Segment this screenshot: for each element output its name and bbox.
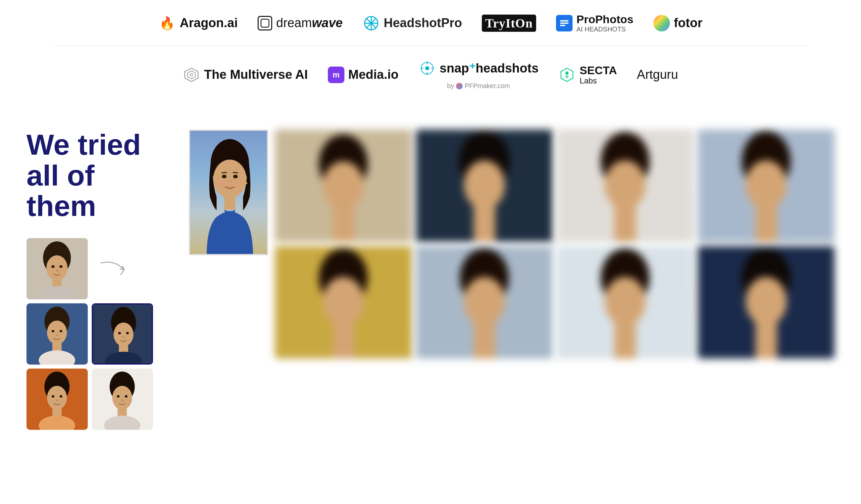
svg-point-60 (117, 395, 120, 397)
svg-rect-8 (560, 23, 569, 24)
svg-point-49 (47, 386, 67, 410)
svg-rect-112 (755, 322, 777, 359)
logo-prophotos[interactable]: ProPhotosAI HEADSHOTS (556, 13, 633, 33)
svg-rect-50 (52, 407, 62, 416)
ai-result-4 (698, 130, 835, 242)
logo-row-divider (53, 46, 808, 46)
pfp-dot (456, 83, 463, 90)
headline: We tried all of them (27, 130, 169, 221)
svg-point-65 (213, 160, 246, 198)
svg-rect-7 (560, 20, 569, 22)
logo-multiverse[interactable]: The Multiverse AI (183, 66, 308, 83)
arrow-container (94, 256, 137, 281)
original-photo (27, 238, 88, 299)
svg-rect-9 (560, 25, 565, 26)
ai-results-grid (275, 130, 834, 359)
snap-sublabel: by PFPmaker.com (447, 82, 510, 90)
logo-tryiton[interactable]: TryItOn (482, 15, 536, 32)
svg-rect-82 (474, 205, 495, 242)
logo-headshotpro[interactable]: HeadshotPro (363, 15, 462, 32)
svg-rect-0 (261, 19, 269, 27)
svg-point-67 (222, 175, 227, 178)
result-photo-3[interactable] (27, 369, 88, 430)
svg-marker-12 (188, 71, 195, 79)
svg-point-37 (59, 330, 62, 332)
svg-point-62 (121, 399, 123, 401)
svg-point-29 (59, 265, 63, 268)
logo-snap-headshots[interactable]: snap⁺headshots by PFPmaker.com (419, 59, 539, 90)
logos-row-1: 🔥 Aragon.ai dreamwave (27, 13, 834, 33)
svg-rect-34 (52, 342, 62, 351)
logo-artguru[interactable]: Artguru (637, 68, 678, 82)
prophotos-icon (556, 15, 573, 31)
svg-rect-42 (119, 344, 128, 352)
svg-point-81 (464, 161, 505, 209)
svg-point-69 (227, 180, 229, 182)
svg-point-111 (746, 277, 787, 326)
svg-rect-102 (474, 322, 495, 359)
svg-point-25 (46, 255, 68, 281)
logo-fotor[interactable]: fotor (653, 15, 703, 31)
svg-text:m: m (332, 70, 339, 79)
svg-point-53 (59, 395, 62, 397)
logo-secta[interactable]: SECTALabs (558, 64, 617, 85)
svg-point-96 (323, 277, 364, 326)
result-photo-2[interactable] (92, 303, 153, 365)
svg-point-44 (118, 332, 121, 334)
tryiton-label: TryItOn (482, 15, 536, 32)
ai-result-8 (698, 246, 835, 359)
svg-point-36 (52, 330, 54, 332)
svg-point-101 (464, 277, 505, 326)
headshotpro-icon (363, 15, 380, 32)
fotor-icon (653, 15, 670, 31)
svg-point-38 (56, 334, 58, 336)
multiverse-icon (183, 66, 200, 83)
svg-point-33 (47, 321, 67, 344)
ai-result-2 (416, 130, 553, 242)
main-content: We tried all of them (0, 110, 861, 430)
main-featured-photo (189, 130, 268, 255)
ai-result-1 (275, 130, 412, 242)
dreamwave-icon (258, 16, 272, 30)
logo-aragon[interactable]: 🔥 Aragon.ai (159, 15, 238, 32)
svg-rect-107 (614, 322, 636, 359)
svg-point-30 (56, 269, 58, 272)
result-grid (27, 303, 169, 430)
svg-point-28 (51, 265, 55, 268)
artguru-label: Artguru (637, 68, 678, 82)
ai-result-3 (557, 130, 694, 242)
svg-point-73 (234, 180, 242, 186)
headline-line1: We tried (27, 128, 141, 161)
svg-rect-77 (332, 206, 354, 242)
svg-point-68 (233, 175, 238, 178)
result-photo-1[interactable] (27, 303, 88, 365)
original-photo-row (27, 238, 169, 299)
aragon-icon: 🔥 (159, 15, 176, 32)
ai-result-5 (275, 246, 412, 359)
logo-dreamwave[interactable]: dreamwave (258, 16, 343, 30)
svg-point-54 (56, 399, 58, 401)
svg-point-86 (605, 161, 646, 209)
svg-rect-66 (224, 195, 235, 209)
svg-point-91 (746, 161, 787, 209)
ai-result-6 (416, 246, 553, 359)
svg-point-71 (245, 182, 247, 184)
svg-point-70 (231, 180, 233, 182)
aragon-label: Aragon.ai (180, 16, 238, 30)
svg-point-17 (425, 66, 429, 70)
result-photo-4[interactable] (92, 369, 153, 430)
svg-point-76 (323, 162, 364, 210)
svg-point-45 (126, 332, 129, 334)
svg-rect-92 (755, 205, 777, 242)
svg-point-106 (605, 277, 646, 326)
snap-icon (419, 59, 436, 77)
mediaio-icon: m (328, 67, 344, 83)
svg-point-52 (52, 395, 54, 397)
svg-rect-97 (332, 322, 354, 359)
svg-point-57 (112, 386, 132, 410)
logos-row-2: The Multiverse AI m Media.io (27, 59, 834, 90)
logo-mediaio[interactable]: m Media.io (328, 67, 399, 83)
dreamwave-label: dreamwave (276, 16, 343, 30)
svg-rect-87 (614, 205, 636, 242)
svg-point-61 (125, 395, 127, 397)
